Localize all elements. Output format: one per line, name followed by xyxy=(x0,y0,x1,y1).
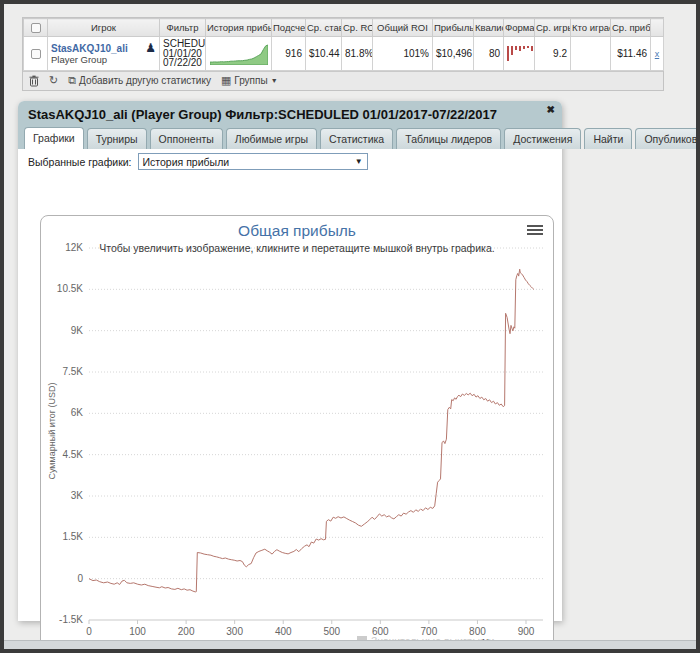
col-total-roi[interactable]: Общий ROI xyxy=(373,19,433,37)
player-badge-icon: ♟ xyxy=(145,43,156,53)
y-tick-label: 9K xyxy=(71,325,84,336)
tab-achievements[interactable]: Достижения xyxy=(504,128,581,149)
tab-find[interactable]: Найти xyxy=(584,128,632,149)
groups-label: Группы xyxy=(234,75,267,86)
add-statistic-button[interactable]: ⧉ Добавить другую статистику xyxy=(68,74,211,87)
col-games-per-day[interactable]: Ср. игры / д xyxy=(535,19,571,37)
col-profit[interactable]: Прибыль xyxy=(433,19,474,37)
forma-bar xyxy=(523,46,525,49)
copy-icon: ⧉ xyxy=(68,74,76,87)
player-group-label: Player Group xyxy=(51,54,156,65)
col-who-plays[interactable]: Кто играет xyxy=(571,19,611,37)
col-extra xyxy=(651,19,664,37)
forma-sparkline xyxy=(507,46,533,62)
player-cell[interactable]: StasAKQJ10_ali ♟ Player Group xyxy=(48,37,160,71)
groups-button[interactable]: ▦ Группы ▼ xyxy=(221,74,278,87)
y-axis-title: Суммарный итог (USD) xyxy=(47,351,57,511)
col-profit-history[interactable]: История прибы xyxy=(206,19,272,37)
col-player[interactable]: Игрок xyxy=(48,19,160,37)
trash-icon xyxy=(29,75,39,87)
avg-stake-cell: $10.44 xyxy=(306,37,342,71)
dialog-header: StasAKQJ10_ali (Player Group) Фильтр:SCH… xyxy=(18,101,562,149)
tab-statistics[interactable]: Статистика xyxy=(320,128,393,149)
chart-subtitle: Чтобы увеличить изображение, кликните и … xyxy=(41,242,553,254)
profit-cell: $10,496 xyxy=(433,37,474,71)
forma-bar xyxy=(531,46,533,51)
forma-cell xyxy=(504,37,535,71)
row-select-cell[interactable] xyxy=(24,37,48,71)
col-avg-roi[interactable]: Ср. ROI xyxy=(342,19,373,37)
y-tick-label: 1.5K xyxy=(62,531,83,542)
total-roi-cell: 101% xyxy=(373,37,433,71)
stats-table-container: Игрок Фильтр История прибы Подсчет Ср. с… xyxy=(22,17,664,91)
graph-select[interactable]: История прибыли ▼ xyxy=(138,153,368,170)
col-forma[interactable]: Форма xyxy=(504,19,535,37)
player-name-link[interactable]: StasAKQJ10_ali xyxy=(51,43,128,54)
col-qualif[interactable]: Квалис xyxy=(474,19,504,37)
avg-profit-cell: $11.46 xyxy=(611,37,651,71)
chart-menu-icon[interactable] xyxy=(527,225,543,237)
close-icon[interactable]: ✖ xyxy=(547,105,555,115)
y-tick-label: 7.5K xyxy=(62,366,83,377)
series-Прибыль xyxy=(89,269,534,592)
chart-title: Общая прибыль xyxy=(41,222,553,240)
chevron-down-icon: ▼ xyxy=(271,77,278,84)
tab-leaderboards[interactable]: Таблицы лидеров xyxy=(396,128,501,149)
stats-table: Игрок Фильтр История прибы Подсчет Ср. с… xyxy=(23,18,664,71)
forma-bar xyxy=(511,46,513,55)
select-all-checkbox[interactable] xyxy=(31,23,41,33)
window-bottom-edge xyxy=(4,640,696,649)
refresh-icon: ↻ xyxy=(49,74,58,87)
graph-select-row: Выбранные графики: История прибыли ▼ xyxy=(28,153,368,170)
filter-cell: SCHEDUL 01/01/20 07/22/20 xyxy=(160,37,206,71)
chart-panel[interactable]: Общая прибыль Чтобы увеличить изображени… xyxy=(40,215,554,653)
history-sparkline xyxy=(210,43,268,65)
avg-roi-cell: 81.8% xyxy=(342,37,373,71)
profit-line-chart: -1.5K01.5K3K4.5K6K7.5K9K10.5K12K01002003… xyxy=(41,216,553,653)
table-toolbar: ↻ ⧉ Добавить другую статистику ▦ Группы … xyxy=(23,71,663,90)
tab-favorite-games[interactable]: Любимые игры xyxy=(226,128,317,149)
forma-bar xyxy=(507,46,509,61)
col-avg-profit[interactable]: Ср. прибы xyxy=(611,19,651,37)
row-close-cell[interactable]: x xyxy=(651,37,664,71)
y-tick-label: -1.5K xyxy=(59,614,83,625)
y-tick-label: 6K xyxy=(71,407,84,418)
row-close-link[interactable]: x xyxy=(655,49,660,59)
forma-bar xyxy=(527,46,529,48)
chevron-down-icon: ▼ xyxy=(355,157,363,166)
add-statistic-label: Добавить другую статистику xyxy=(79,75,211,86)
games-per-day-cell: 9.2 xyxy=(535,37,571,71)
tab-publish[interactable]: Опубликовать xyxy=(635,128,700,149)
tab-strip: Графики Турниры Оппоненты Любимые игры С… xyxy=(24,127,700,149)
col-filter[interactable]: Фильтр xyxy=(160,19,206,37)
who-plays-cell xyxy=(571,37,611,71)
col-count[interactable]: Подсчет xyxy=(272,19,306,37)
forma-bar xyxy=(515,46,517,50)
y-tick-label: 3K xyxy=(71,490,84,501)
col-avg-stake[interactable]: Ср. ставк. xyxy=(306,19,342,37)
y-tick-label: 4.5K xyxy=(62,449,83,460)
refresh-button[interactable]: ↻ xyxy=(49,74,58,87)
app-window: Игрок Фильтр История прибы Подсчет Ср. с… xyxy=(0,0,700,653)
table-row: StasAKQJ10_ali ♟ Player Group SCHEDUL 01… xyxy=(24,37,664,71)
count-cell: 916 xyxy=(272,37,306,71)
graph-select-label: Выбранные графики: xyxy=(28,156,132,168)
tab-tournaments[interactable]: Турниры xyxy=(87,128,147,149)
tab-opponents[interactable]: Оппоненты xyxy=(150,128,223,149)
header-select-all[interactable] xyxy=(24,19,48,37)
graph-select-value: История прибыли xyxy=(143,156,230,168)
grid-icon: ▦ xyxy=(221,74,231,87)
y-tick-label: 10.5K xyxy=(57,283,83,294)
qualif-cell: 80 xyxy=(474,37,504,71)
player-dialog: StasAKQJ10_ali (Player Group) Фильтр:SCH… xyxy=(18,101,562,621)
history-sparkline-cell[interactable] xyxy=(206,37,272,71)
forma-bar xyxy=(519,46,521,51)
tab-graphs[interactable]: Графики xyxy=(24,127,84,149)
row-checkbox[interactable] xyxy=(31,49,41,59)
delete-button[interactable] xyxy=(29,75,39,87)
dialog-body: Выбранные графики: История прибыли ▼ Общ… xyxy=(18,149,562,621)
y-tick-label: 0 xyxy=(77,573,83,584)
dialog-title: StasAKQJ10_ali (Player Group) Фильтр:SCH… xyxy=(18,101,562,122)
